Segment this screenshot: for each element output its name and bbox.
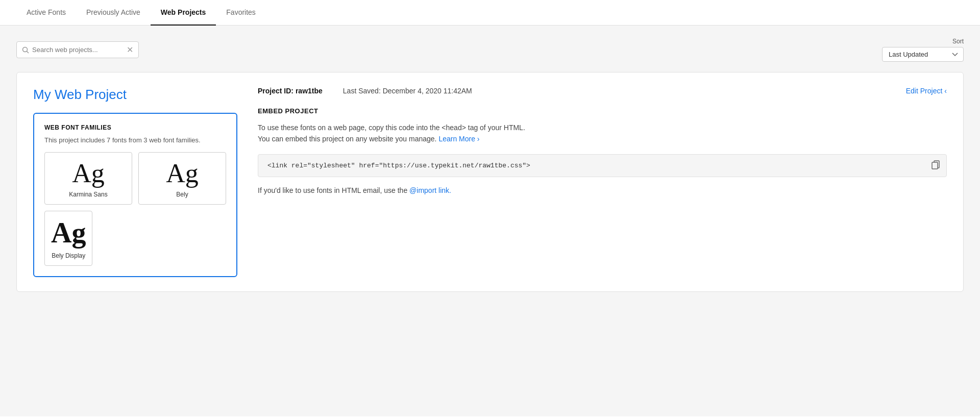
clear-icon[interactable]: ✕ <box>127 45 133 55</box>
project-meta: Project ID: raw1tbe Last Saved: December… <box>258 87 947 95</box>
learn-more-link[interactable]: Learn More › <box>438 135 479 143</box>
tab-active-fonts[interactable]: Active Fonts <box>16 0 76 26</box>
font-families-title: WEB FONT FAMILIES <box>44 124 226 131</box>
import-link-text: If you'd like to use fonts in HTML email… <box>258 186 947 194</box>
project-id-label: Project ID: <box>258 87 293 95</box>
edit-project-chevron: ‹ <box>944 87 947 95</box>
code-box: <link rel="stylesheet" href="https://use… <box>258 154 947 177</box>
font-name-bely: Bely <box>176 191 188 198</box>
import-prefix: If you'd like to use fonts in HTML email… <box>258 186 407 194</box>
last-saved-label: Last Saved: <box>343 87 381 95</box>
svg-point-0 <box>23 47 28 52</box>
sort-group: Sort Last Updated Name Date Created <box>882 38 964 62</box>
svg-line-1 <box>27 51 29 53</box>
edit-project-label: Edit Project <box>906 87 943 95</box>
copy-icon[interactable] <box>931 160 941 170</box>
search-input[interactable] <box>32 46 125 54</box>
font-name-karmina-sans: Karmina Sans <box>69 191 107 198</box>
search-box: ✕ <box>16 41 139 58</box>
project-id: Project ID: raw1tbe <box>258 87 323 95</box>
sort-label: Sort <box>952 38 964 45</box>
project-id-value: raw1tbe <box>296 87 323 95</box>
font-families-desc: This project includes 7 fonts from 3 web… <box>44 136 226 144</box>
embed-desc-part2: You can embed this project on any websit… <box>258 135 437 143</box>
font-glyph-karmina-sans: Ag <box>72 159 105 188</box>
font-glyph-bely-display: Ag <box>51 217 86 249</box>
import-link[interactable]: @import link. <box>409 186 451 194</box>
last-saved-value: December 4, 2020 11:42AM <box>383 87 472 95</box>
main-content: ✕ Sort Last Updated Name Date Created My… <box>0 26 980 416</box>
embed-code: <link rel="stylesheet" href="https://use… <box>267 162 530 169</box>
project-card: My Web Project WEB FONT FAMILIES This pr… <box>16 72 964 292</box>
project-saved: Last Saved: December 4, 2020 11:42AM <box>343 87 472 95</box>
edit-project-link[interactable]: Edit Project ‹ <box>906 87 947 95</box>
toolbar: ✕ Sort Last Updated Name Date Created <box>16 38 964 62</box>
embed-section-title: EMBED PROJECT <box>258 107 947 115</box>
font-grid: Ag Karmina Sans Ag Bely Ag Bely Display <box>44 152 226 266</box>
sort-select[interactable]: Last Updated Name Date Created <box>882 47 964 62</box>
project-title: My Web Project <box>33 87 237 103</box>
font-glyph-bely: Ag <box>166 159 199 188</box>
embed-description: To use these fonts on a web page, copy t… <box>258 122 947 145</box>
search-icon <box>22 46 29 54</box>
nav-tabs: Active Fonts Previously Active Web Proje… <box>0 0 980 26</box>
tab-previously-active[interactable]: Previously Active <box>76 0 151 26</box>
project-details: Project ID: raw1tbe Last Saved: December… <box>258 87 947 277</box>
font-sample-bely[interactable]: Ag Bely <box>138 152 226 205</box>
tab-favorites[interactable]: Favorites <box>216 0 266 26</box>
tab-web-projects[interactable]: Web Projects <box>151 0 216 26</box>
embed-desc-part1: To use these fonts on a web page, copy t… <box>258 123 525 132</box>
font-sample-bely-display[interactable]: Ag Bely Display <box>44 211 92 266</box>
font-sample-karmina-sans[interactable]: Ag Karmina Sans <box>44 152 132 205</box>
font-families-box: WEB FONT FAMILIES This project includes … <box>33 113 237 277</box>
font-families-panel: My Web Project WEB FONT FAMILIES This pr… <box>33 87 237 277</box>
svg-rect-2 <box>932 162 938 169</box>
font-name-bely-display: Bely Display <box>52 252 85 259</box>
